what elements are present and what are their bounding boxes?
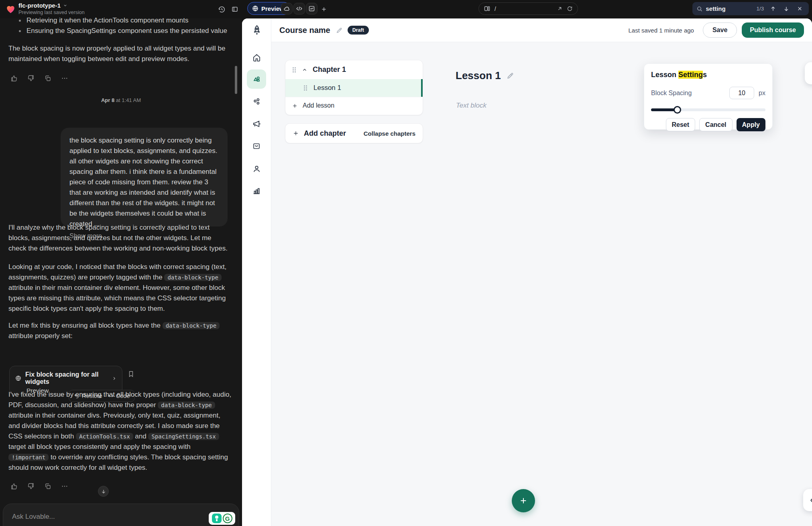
publish-course-button[interactable]: Publish course <box>742 22 804 38</box>
plus-icon <box>519 496 528 505</box>
grammarly-widget[interactable]: G <box>209 512 235 525</box>
lovable-logo[interactable] <box>5 4 16 14</box>
cancel-button[interactable]: Cancel <box>699 118 732 131</box>
more-button[interactable] <box>59 73 70 84</box>
thumbs-up-icon <box>10 75 18 82</box>
refresh-icon[interactable] <box>567 6 573 12</box>
plus-icon <box>292 103 298 109</box>
unit-label: px <box>759 90 765 97</box>
sidebar-item-profile[interactable] <box>247 159 266 178</box>
scroll-to-bottom-button[interactable] <box>98 486 109 497</box>
reset-button[interactable]: Reset <box>666 118 696 131</box>
history-button[interactable] <box>216 4 227 15</box>
copy-button[interactable] <box>43 481 53 491</box>
sidebar-item-announcements[interactable] <box>247 114 266 133</box>
slider-thumb[interactable] <box>674 106 681 114</box>
thumbs-up-button[interactable] <box>9 481 19 491</box>
url-bar[interactable]: / <box>478 2 578 15</box>
lesson-settings-panel: Lesson Settings Block Spacing px Reset C… <box>644 63 773 130</box>
assistant-paragraph: The block spacing is now properly applie… <box>8 43 227 64</box>
add-tab-button[interactable] <box>318 4 330 15</box>
chapter-card: Chapter 1 Lesson 1 Add lesson <box>285 60 423 115</box>
block-spacing-slider[interactable] <box>651 106 765 113</box>
chevron-up-icon[interactable] <box>302 67 307 73</box>
scrollbar-thumb[interactable] <box>235 66 237 94</box>
inline-code: data-block-type <box>163 322 220 329</box>
settings-title: Lesson Settings <box>651 71 765 79</box>
thumbs-down-button[interactable] <box>26 73 36 84</box>
timestamp-date: Apr 8 <box>101 97 114 103</box>
assistant-paragraph: Looking at your code, I noticed that the… <box>8 262 230 314</box>
globe-icon <box>252 5 258 12</box>
bag-icon <box>252 142 261 151</box>
user-message-bubble: the block spacing setting is only correc… <box>61 128 228 226</box>
list-item: Retrieving it when the ActionTools compo… <box>8 15 233 26</box>
add-block-fab[interactable] <box>512 489 535 512</box>
status-badge: Draft <box>348 26 369 35</box>
panel-toggle-button[interactable] <box>229 4 240 15</box>
open-external-icon[interactable] <box>557 6 563 12</box>
list-item: Ensuring the SpacingSettings component u… <box>8 26 233 36</box>
search-icon <box>696 6 703 12</box>
save-button[interactable]: Save <box>703 22 737 38</box>
sidebar-item-community[interactable] <box>247 92 266 111</box>
sidebar-item-audience[interactable] <box>247 69 266 89</box>
search-input[interactable] <box>706 5 753 12</box>
assistant-paragraph: Let me fix this by ensuring all block ty… <box>8 320 230 341</box>
project-switcher[interactable]: flc-prototype-1 <box>18 2 85 9</box>
close-icon <box>797 6 803 12</box>
edit-lesson-title-icon[interactable] <box>507 72 514 80</box>
megaphone-icon <box>252 119 261 128</box>
lesson-title: Lesson 1 <box>456 69 501 82</box>
circles-icon <box>252 97 261 106</box>
sidebar-item-analytics[interactable] <box>247 181 266 200</box>
chapter-actions-card: Add chapter Collapse chapters <box>285 123 423 143</box>
bullet-icon <box>19 20 21 22</box>
find-next-button[interactable] <box>781 4 792 14</box>
preview-mode-button[interactable] <box>803 489 812 511</box>
device-icon <box>484 5 490 12</box>
history-icon <box>218 6 226 13</box>
drag-handle-icon[interactable] <box>303 85 308 91</box>
shapes-icon <box>252 74 261 84</box>
more-button[interactable] <box>59 481 70 491</box>
project-name: flc-prototype-1 <box>18 2 61 9</box>
chevron-down-icon <box>63 3 67 8</box>
lesson-item-selected[interactable]: Lesson 1 <box>285 79 423 97</box>
edit-course-title-icon[interactable] <box>336 27 343 34</box>
course-canvas: Chapter 1 Lesson 1 Add lesson Add chapte… <box>271 42 812 526</box>
analytics-button[interactable] <box>306 3 317 14</box>
sidebar-item-orders[interactable] <box>247 137 266 156</box>
lesson-header: Lesson 1 <box>456 69 514 82</box>
version-card-title: Fix block spacing for all widgets <box>25 371 108 385</box>
find-previous-button[interactable] <box>768 4 778 14</box>
copy-button[interactable] <box>43 73 53 84</box>
text-block-placeholder[interactable]: Text block <box>456 102 486 110</box>
block-spacing-input[interactable] <box>729 87 754 99</box>
bookmark-button[interactable] <box>127 370 135 378</box>
assistant-paragraph: I'll analyze why the block spacing setti… <box>8 222 228 254</box>
apply-button[interactable]: Apply <box>737 118 765 131</box>
grammarly-icon: G <box>223 514 232 523</box>
sidebar-item-home[interactable] <box>247 48 266 67</box>
code-view-button[interactable] <box>293 3 305 14</box>
copy-icon <box>44 483 51 490</box>
app-logo-rocket-icon[interactable] <box>251 24 263 36</box>
chapter-row[interactable]: Chapter 1 <box>285 60 423 79</box>
drag-handle-icon[interactable] <box>292 67 297 73</box>
add-lesson-button[interactable]: Add lesson <box>285 97 423 114</box>
search-highlight: Setting <box>678 71 703 79</box>
cloud-button[interactable] <box>281 3 293 14</box>
find-close-button[interactable] <box>795 4 805 14</box>
thumbs-up-button[interactable] <box>9 73 19 84</box>
chevron-right-icon <box>112 376 116 381</box>
collapse-chapters-button[interactable]: Collapse chapters <box>364 130 415 137</box>
ellipsis-icon <box>61 75 68 82</box>
thumbs-down-icon <box>27 483 35 490</box>
thumbs-down-button[interactable] <box>26 481 36 491</box>
chat-input[interactable] <box>12 513 165 521</box>
settings-toggle-button[interactable] <box>805 62 812 84</box>
inline-code: data-block-type <box>164 274 221 281</box>
arrow-down-icon <box>783 6 790 12</box>
add-chapter-button[interactable]: Add chapter <box>293 129 346 138</box>
